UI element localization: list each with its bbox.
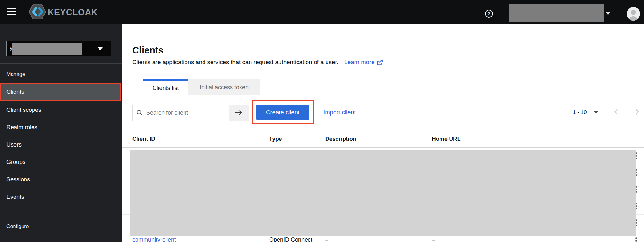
nav-section-manage: Manage (6, 72, 25, 77)
keycloak-admin-console: KEYCLOAK ? y Manage Clients Client scope… (0, 0, 644, 242)
col-header-home-url: Home URL (428, 136, 628, 142)
arrow-right-icon (234, 110, 243, 116)
tab-bar: Clients list Initial access token (122, 79, 644, 95)
client-search-group (132, 105, 249, 121)
username-redaction-box (509, 4, 604, 22)
chevron-right-icon (635, 108, 639, 115)
pagination-range-toggle[interactable]: 1 - 10 (573, 109, 598, 116)
hamburger-menu-icon[interactable] (7, 8, 17, 16)
import-client-link[interactable]: Import client (323, 105, 356, 120)
table-header-row: Client ID Type Description Home URL (122, 131, 644, 148)
realm-selector[interactable]: y (6, 41, 111, 56)
col-header-client-id: Client ID (122, 136, 265, 142)
sidebar-item-realm-roles[interactable]: Realm roles (0, 119, 122, 136)
tab-initial-access-token[interactable]: Initial access token (188, 79, 260, 95)
sidebar-item-client-scopes[interactable]: Client scopes (0, 101, 122, 119)
pagination-caret-icon (594, 111, 598, 114)
search-submit-button[interactable] (229, 105, 249, 121)
sidebar-item-groups[interactable]: Groups (0, 153, 122, 171)
pagination: 1 - 10 (573, 105, 639, 120)
page-title: Clients (132, 45, 164, 56)
help-icon[interactable]: ? (485, 10, 493, 18)
keycloak-brand[interactable]: KEYCLOAK (28, 4, 98, 21)
page-description: Clients are applications and services th… (132, 59, 338, 66)
pagination-next-button[interactable] (635, 108, 639, 117)
avatar[interactable] (627, 7, 640, 21)
search-icon (137, 110, 143, 116)
nav-section-configure: Configure (6, 224, 29, 229)
sidebar-item-users[interactable]: Users (0, 136, 122, 153)
sidebar-divider (0, 63, 122, 64)
realm-name-redaction-box (12, 43, 82, 55)
row-kebab-menu-icon[interactable] (633, 235, 639, 242)
learn-more-link[interactable]: Learn more (344, 59, 383, 66)
chevron-left-icon (614, 108, 618, 115)
sidebar-item-realm-settings[interactable]: Realm settings (0, 239, 122, 242)
realm-caret-icon (98, 47, 103, 50)
search-input-wrap (132, 105, 229, 121)
user-menu-caret-icon[interactable] (605, 12, 611, 15)
col-header-description: Description (322, 136, 428, 142)
tab-spacer (122, 79, 143, 95)
keycloak-logo-icon (28, 4, 46, 21)
pagination-prev-button[interactable] (614, 108, 618, 117)
brand-text: KEYCLOAK (48, 7, 98, 17)
external-link-icon (377, 59, 383, 65)
sidebar-item-sessions[interactable]: Sessions (0, 171, 122, 188)
search-input[interactable] (146, 110, 223, 116)
create-client-button[interactable]: Create client (256, 105, 309, 120)
clients-page: Clients Clients are applications and ser… (122, 24, 644, 242)
table-redaction-box (130, 150, 636, 236)
sidebar-nav: y Manage Clients Client scopes Realm rol… (0, 24, 122, 242)
col-header-type: Type (265, 136, 322, 142)
tab-clients-list[interactable]: Clients list (143, 79, 188, 96)
sidebar-item-clients[interactable]: Clients (0, 83, 121, 101)
sidebar-item-events[interactable]: Events (0, 188, 122, 206)
masthead: KEYCLOAK ? (0, 0, 644, 24)
